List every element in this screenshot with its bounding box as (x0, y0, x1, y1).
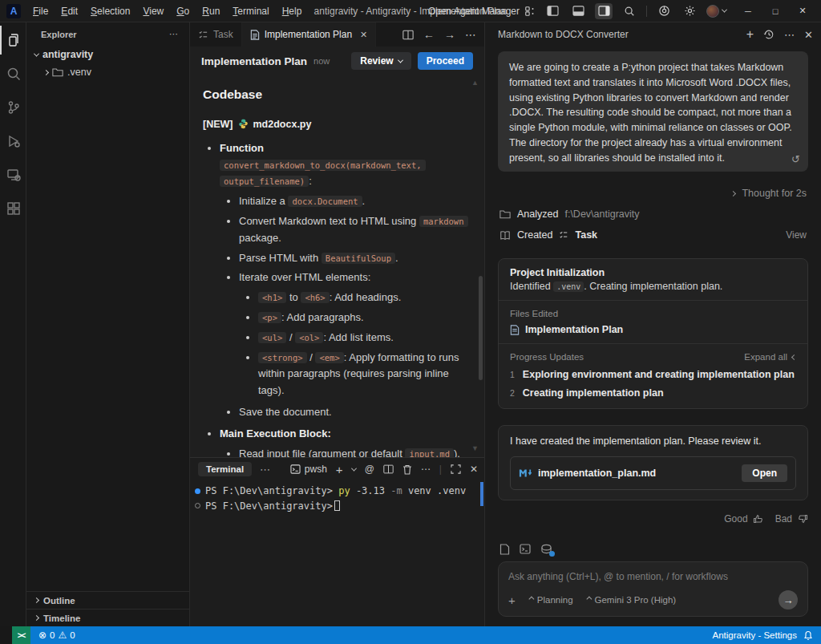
progress-update-item[interactable]: 2 Creating implementation plan (510, 387, 796, 399)
close-panel-icon[interactable]: ✕ (470, 464, 478, 475)
split-terminal-icon[interactable] (383, 464, 394, 474)
tab-task[interactable]: Task (190, 22, 242, 47)
extensions-icon[interactable] (0, 194, 26, 223)
thought-row[interactable]: Thought for 2s (499, 184, 807, 202)
python-icon (238, 119, 249, 129)
minimize-button[interactable]: ─ (734, 1, 762, 22)
explorer-icon[interactable] (0, 26, 26, 55)
toggle-bottom-panel-icon[interactable] (569, 3, 587, 19)
new-terminal-icon[interactable]: + (336, 463, 343, 476)
maximize-button[interactable]: □ (762, 1, 789, 22)
terminal-dropdown-icon[interactable] (351, 465, 357, 471)
tab-task-label: Task (213, 29, 233, 40)
menu-terminal[interactable]: Terminal (227, 3, 274, 19)
browser-icon[interactable] (655, 3, 673, 19)
menu-selection[interactable]: Selection (85, 3, 135, 19)
tab-implementation-plan[interactable]: Implementation Plan ✕ (242, 22, 377, 47)
tree-item-venv[interactable]: .venv (26, 63, 189, 81)
user-message: We are going to create a P:ython project… (498, 51, 808, 172)
editor-more-icon[interactable]: ⋯ (465, 28, 476, 41)
at-mention-icon[interactable]: @ (365, 464, 374, 475)
menu-go[interactable]: Go (171, 3, 195, 19)
terminal-more-icon[interactable]: ⋯ (421, 464, 431, 475)
browser-context-icon[interactable] (540, 544, 552, 555)
terminal-context-icon[interactable] (520, 544, 531, 554)
remote-indicator[interactable]: >< (12, 626, 30, 644)
expand-all-button[interactable]: Expand all (744, 352, 796, 362)
errors-warnings[interactable]: ⊗ 0 ⚠ 0 (38, 630, 75, 641)
conversation-scroll[interactable]: We are going to create a P:ython project… (485, 47, 821, 541)
review-button[interactable]: Review (351, 52, 410, 70)
explorer-more-icon[interactable]: ⋯ (169, 29, 178, 39)
history-icon[interactable] (763, 29, 774, 40)
toggle-right-panel-icon[interactable] (595, 3, 613, 19)
source-control-icon[interactable] (0, 93, 26, 122)
settings-status-label[interactable]: Antigravity - Settings (713, 630, 797, 640)
remote-explorer-icon[interactable] (0, 160, 26, 189)
panel-more-icon[interactable]: ⋯ (784, 29, 795, 41)
menubar: File Edit Selection View Go Run Terminal… (27, 3, 307, 19)
agent-panel-header: Markdown to DOCX Converter + ⋯ ✕ (485, 22, 821, 47)
account-menu[interactable] (706, 5, 726, 18)
terminal-body[interactable]: PS F:\Dev\antigravity> py -3.13 -m venv … (190, 480, 484, 626)
terminal-tab-more-icon[interactable]: ⋯ (260, 464, 270, 476)
menu-edit[interactable]: Edit (55, 3, 83, 19)
mode-selector[interactable]: Planning (528, 595, 573, 605)
menu-file[interactable]: File (27, 3, 54, 19)
status-bar: >< ⊗ 0 ⚠ 0 Antigravity - Settings (0, 626, 821, 644)
add-context-icon[interactable]: + (508, 593, 516, 607)
thumbs-down-icon[interactable] (797, 513, 808, 525)
terminal-tab[interactable]: Terminal (198, 462, 252, 476)
analyzed-row[interactable]: Analyzed f:\Dev\antigravity (499, 205, 807, 223)
split-editor-icon[interactable] (402, 30, 414, 40)
editor-scrollbar[interactable] (479, 276, 483, 380)
thumbs-up-icon[interactable] (753, 513, 764, 525)
user-message-text: We are going to create a P:ython project… (509, 62, 792, 164)
text-segment: : Add paragraphs. (281, 311, 364, 323)
run-debug-icon[interactable] (0, 127, 26, 156)
artifact-row[interactable]: implementation_plan.md Open (510, 456, 796, 490)
open-agent-manager-button[interactable]: Open Agent Manager (428, 6, 536, 17)
new-conversation-icon[interactable]: + (746, 27, 754, 42)
code-chip: docx.Document (288, 196, 362, 207)
search-sidebar-icon[interactable] (0, 59, 26, 88)
open-artifact-button[interactable]: Open (742, 464, 787, 482)
tab-close-icon[interactable]: ✕ (360, 30, 367, 40)
model-selector[interactable]: Gemini 3 Pro (High) (586, 595, 677, 605)
search-icon[interactable] (621, 3, 638, 19)
send-button[interactable]: → (779, 590, 798, 610)
menu-run[interactable]: Run (196, 3, 225, 19)
list-item: Parse HTML with BeautifulSoup. (239, 250, 468, 267)
outline-section[interactable]: Outline (26, 591, 189, 609)
menu-help[interactable]: Help (277, 3, 308, 19)
edited-file-row[interactable]: Implementation Plan (510, 324, 796, 335)
close-button[interactable]: ✕ (789, 1, 816, 22)
bell-icon[interactable] (803, 630, 813, 641)
code-chip: <ul> (258, 332, 286, 343)
update-text: Creating implementation plan (523, 387, 664, 399)
panel-close-icon[interactable]: ✕ (804, 29, 813, 41)
settings-gear-icon[interactable] (681, 3, 698, 19)
kill-terminal-trash-icon[interactable] (402, 464, 412, 475)
menu-view[interactable]: View (137, 3, 169, 19)
terminal-scrollbar[interactable] (480, 482, 483, 506)
maximize-panel-icon[interactable] (451, 464, 461, 474)
nav-back-icon[interactable]: ← (423, 28, 435, 41)
new-file-context-icon[interactable] (499, 544, 510, 555)
bad-label: Bad (775, 513, 792, 525)
progress-update-item[interactable]: 1 Exploring environment and creating imp… (510, 369, 796, 380)
text-segment: ). (454, 448, 460, 457)
edit-message-icon[interactable]: ↺ (791, 152, 800, 168)
arg: -3.13 (356, 485, 385, 496)
view-link[interactable]: View (786, 229, 807, 241)
nav-forward-icon[interactable]: → (444, 28, 455, 41)
chat-input-box[interactable]: + Planning Gemini 3 Pro (High) → (498, 561, 808, 617)
chat-input[interactable] (508, 571, 798, 582)
timeline-section[interactable]: Timeline (26, 609, 189, 626)
toggle-left-sidebar-icon[interactable] (544, 3, 561, 19)
proceed-button[interactable]: Proceed (418, 52, 473, 70)
created-row[interactable]: Created Task View (499, 226, 807, 244)
shell-selector[interactable]: pwsh (290, 464, 327, 475)
tree-item-root[interactable]: antigravity (26, 46, 189, 63)
function-label: Function (220, 142, 264, 154)
